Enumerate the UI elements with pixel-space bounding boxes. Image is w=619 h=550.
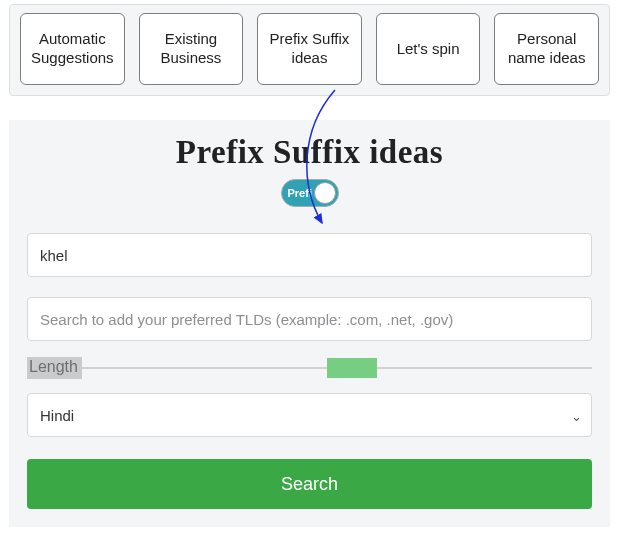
toggle-label: Prefi — [288, 188, 312, 199]
keyword-input[interactable] — [27, 233, 592, 277]
tld-input[interactable] — [27, 297, 592, 341]
tab-label: Existing Business — [144, 30, 239, 68]
length-slider[interactable] — [82, 358, 592, 378]
toggle-knob — [314, 182, 336, 204]
toggle-row: Prefi — [27, 179, 592, 207]
language-select-wrap: Hindi ⌄ — [27, 393, 592, 459]
prefix-suffix-toggle[interactable]: Prefi — [281, 179, 339, 207]
tabs-panel: Automatic Suggestions Existing Business … — [9, 4, 610, 96]
search-button[interactable]: Search — [27, 459, 592, 509]
tab-label: Personal name ideas — [499, 30, 594, 68]
tab-prefix-suffix-ideas[interactable]: Prefix Suffix ideas — [257, 13, 362, 85]
tab-label: Prefix Suffix ideas — [262, 30, 357, 68]
language-select[interactable]: Hindi — [27, 393, 592, 437]
length-row: Length — [27, 357, 592, 379]
length-label: Length — [27, 357, 82, 379]
tab-automatic-suggestions[interactable]: Automatic Suggestions — [20, 13, 125, 85]
tab-lets-spin[interactable]: Let's spin — [376, 13, 481, 85]
tab-label: Let's spin — [397, 40, 460, 59]
form-panel: Prefix Suffix ideas Prefi Length Hindi ⌄… — [9, 120, 610, 527]
page-title: Prefix Suffix ideas — [27, 134, 592, 171]
tab-existing-business[interactable]: Existing Business — [139, 13, 244, 85]
tab-label: Automatic Suggestions — [25, 30, 120, 68]
slider-thumb — [327, 358, 377, 378]
tab-personal-name-ideas[interactable]: Personal name ideas — [494, 13, 599, 85]
